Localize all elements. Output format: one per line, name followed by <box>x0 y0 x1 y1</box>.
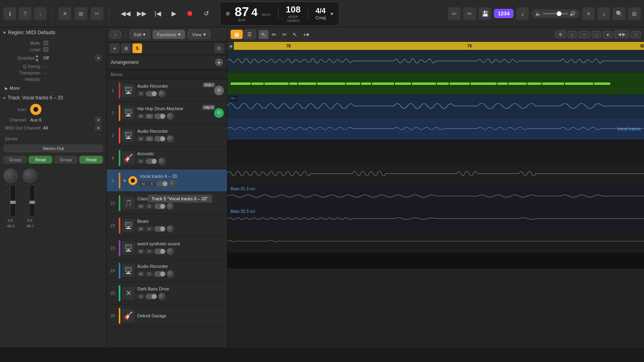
track-toggle[interactable] <box>157 181 168 187</box>
fader-right[interactable] <box>29 185 35 217</box>
track-row[interactable]: 23 🖥️ weird synthetic sound M S <box>107 237 227 259</box>
group-button-left[interactable]: Group <box>3 156 27 164</box>
track-volume-knob[interactable] <box>167 248 174 255</box>
track-volume-knob[interactable] <box>158 293 165 300</box>
read-button-right[interactable]: Read <box>79 156 103 164</box>
solo-button[interactable]: S <box>146 226 153 231</box>
solo-button[interactable]: S <box>137 159 144 164</box>
add-tool[interactable]: +▾ <box>301 30 312 39</box>
track-volume-knob[interactable] <box>167 225 174 232</box>
record-area-button[interactable]: ⊙ <box>214 43 224 53</box>
track-expand-button[interactable]: ▶ <box>122 177 128 184</box>
track-row[interactable]: 26 🎸 Detroit Garage <box>107 304 227 327</box>
track-power-led[interactable] <box>128 176 137 185</box>
solo-button[interactable]: S <box>137 294 144 299</box>
mute-button[interactable]: S <box>137 91 144 96</box>
zoom-down[interactable]: ↓ <box>592 31 601 38</box>
plugin-icon[interactable]: ⊞ <box>628 7 641 20</box>
solo-button[interactable]: S <box>146 114 153 119</box>
group-button-right[interactable]: Group <box>54 156 78 164</box>
zoom-arrows[interactable]: ◀ ▶ <box>614 31 629 38</box>
volume-slider[interactable]: 🔈 🔊 <box>531 9 580 18</box>
counter-dropdown-icon[interactable]: ▾ <box>330 10 333 17</box>
zoom-in-button[interactable]: ⊕ <box>555 31 566 38</box>
track-icon-button[interactable] <box>30 104 41 115</box>
track-volume-knob[interactable] <box>169 180 176 187</box>
sends-label[interactable]: Sends <box>5 136 17 141</box>
read-button-left[interactable]: Read <box>29 156 52 164</box>
solo-button[interactable]: S <box>148 181 155 186</box>
scissors-tool[interactable]: ✂ <box>280 30 289 39</box>
track-volume-knob[interactable] <box>167 113 174 120</box>
mute-button[interactable]: M <box>137 226 144 231</box>
more-toggle[interactable]: ▶ More <box>5 86 101 90</box>
fader-left[interactable] <box>10 185 16 217</box>
solo-button[interactable]: S <box>146 136 153 141</box>
track-row[interactable]: 2 🖥️ Hip Hop Drum Machine M S Hip H ⚙ <box>107 102 227 124</box>
zoom-dot-right[interactable]: ○ <box>631 31 641 38</box>
loop-checkbox[interactable] <box>43 47 48 52</box>
save-icon[interactable]: 💾 <box>479 7 491 20</box>
mute-button[interactable]: M <box>137 204 144 209</box>
track-row[interactable]: 5 ▶ Vocal tracks 6 – 20 M S Track 5 "Voc… <box>107 169 227 192</box>
track-toggle[interactable] <box>154 204 165 209</box>
record-button[interactable]: ⏺ <box>183 6 197 21</box>
functions-menu-button[interactable]: Functions ▾ <box>153 30 185 39</box>
track-row[interactable]: 1 🖥️ Audio Recorder S Dub I ⚙ <box>107 79 227 102</box>
volume-track[interactable] <box>543 13 568 14</box>
download-icon[interactable]: ↓ <box>34 7 47 20</box>
mute-button[interactable]: M <box>137 272 144 276</box>
track-row[interactable]: 25 ✕ Dark Bass Drive S <box>107 282 227 304</box>
list-icon[interactable]: ≡ <box>582 7 595 20</box>
view-menu-button[interactable]: View ▾ <box>188 30 211 39</box>
pan-knob-right[interactable] <box>23 169 37 183</box>
track-toggle[interactable] <box>146 158 157 164</box>
zoom-fit-vertical[interactable]: ↕ <box>568 31 577 38</box>
edit-menu-button[interactable]: Edit ▾ <box>130 30 151 39</box>
track-settings-button[interactable]: ⚙ <box>214 108 224 118</box>
metronome-icon[interactable]: ♩ <box>516 7 529 20</box>
play-button[interactable]: ▶ <box>167 6 181 21</box>
track-volume-knob[interactable] <box>167 203 174 210</box>
edge-button[interactable]: ◀ <box>227 42 234 50</box>
track-volume-knob[interactable] <box>167 270 174 278</box>
quantize-dropdown[interactable]: ▾ <box>95 55 101 61</box>
pencil-icon[interactable]: ✏ <box>463 7 476 20</box>
fast-forward-button[interactable]: ▶▶ <box>134 6 149 21</box>
midi-out-dropdown[interactable]: ▾ <box>95 125 101 131</box>
pan-knob-left[interactable] <box>3 169 18 183</box>
grid-view-button[interactable]: ▦ <box>231 30 243 39</box>
add-track-button[interactable]: + <box>110 43 120 53</box>
pencil-tool[interactable]: ✏ <box>269 30 279 39</box>
stereo-out-button[interactable]: Stereo Out <box>3 144 103 152</box>
track-toggle[interactable] <box>154 249 165 254</box>
track-row[interactable]: 3 🖥️ Audio Recorder M S <box>107 124 227 147</box>
mixer-icon[interactable]: ⊞ <box>74 7 87 20</box>
search-icon[interactable]: 🔍 <box>613 7 625 20</box>
track-toggle[interactable] <box>154 136 165 142</box>
mute-button[interactable]: M <box>140 181 147 186</box>
track-row[interactable]: 4 🎸 Acoustic S <box>107 147 227 169</box>
solo-button[interactable]: S <box>146 204 153 209</box>
scissors-icon[interactable]: ✂ <box>91 7 103 20</box>
track-toggle[interactable] <box>146 294 157 299</box>
note-icon[interactable]: ♩ <box>597 7 610 20</box>
rewind-button[interactable]: ◀◀ <box>118 6 133 21</box>
arrangement-add-button[interactable]: + <box>215 58 223 66</box>
mute-button[interactable]: M <box>137 114 144 119</box>
track-volume-knob[interactable] <box>158 90 165 97</box>
track-toggle[interactable] <box>146 91 157 97</box>
track-row[interactable]: 21 🎵 Classic Electric Piano M S <box>107 192 227 214</box>
track-row[interactable]: 22 🖥️ Beats M S <box>107 214 227 237</box>
solo-button[interactable]: S <box>146 249 153 254</box>
quantize-stepper[interactable]: ▲▼ <box>35 53 39 62</box>
cycle-button[interactable]: ↺ <box>199 6 213 21</box>
track-volume-knob[interactable] <box>167 135 174 142</box>
region-collapse-arrow[interactable]: ▾ <box>3 30 6 35</box>
track-settings-button[interactable]: ⚙ <box>214 86 224 95</box>
cursor-tool[interactable]: ↖ <box>259 30 268 39</box>
track-toggle[interactable] <box>154 271 165 277</box>
track-toggle[interactable] <box>154 113 165 119</box>
list-view-button[interactable]: ☰ <box>244 30 256 39</box>
brightness-icon[interactable]: ☀ <box>58 7 71 20</box>
